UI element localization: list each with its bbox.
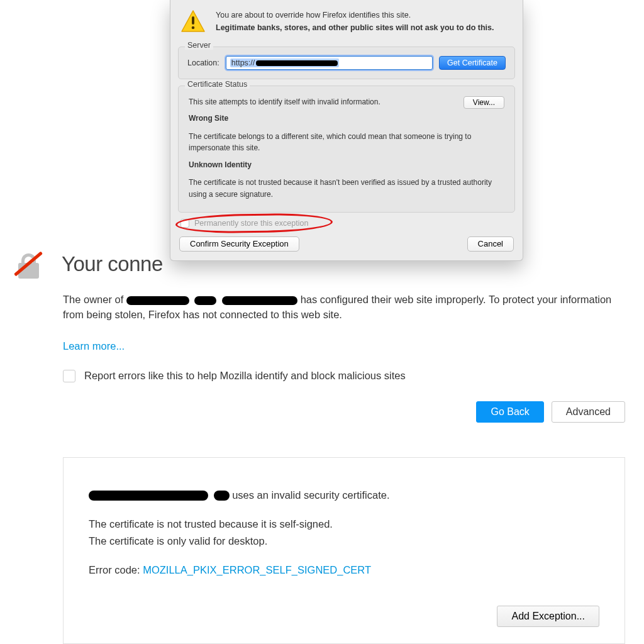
status-intro: This site attempts to identify itself wi…	[189, 96, 380, 108]
get-certificate-button[interactable]: Get Certificate	[439, 56, 506, 70]
wrong-site-text: The certificate belongs to a different s…	[189, 131, 504, 154]
redacted-domain	[214, 491, 230, 501]
certificate-status-fieldset: Certificate Status This site attempts to…	[178, 86, 515, 213]
url-scheme: https://	[231, 58, 255, 67]
permanently-store-checkbox[interactable]	[180, 219, 189, 228]
server-fieldset: Server Location: https:// Get Certificat…	[178, 47, 515, 79]
intro-line-2: Legitimate banks, stores, and other publ…	[216, 21, 494, 34]
add-exception-button[interactable]: Add Exception...	[497, 606, 599, 627]
advanced-button[interactable]: Advanced	[552, 401, 625, 423]
cancel-button[interactable]: Cancel	[467, 236, 514, 252]
svg-rect-1	[192, 16, 194, 25]
report-errors-checkbox[interactable]	[63, 370, 75, 382]
report-errors-label: Report errors like this to help Mozilla …	[84, 370, 406, 382]
redacted-url	[256, 60, 338, 66]
location-input[interactable]: https://	[226, 56, 433, 70]
redacted-domain	[89, 491, 208, 501]
dialog-intro: You are about to override how Firefox id…	[216, 9, 494, 34]
confirm-security-exception-button[interactable]: Confirm Security Exception	[179, 236, 299, 252]
detail-valid-desktop: The certificate is only valid for deskto…	[89, 534, 599, 549]
permanently-store-label: Permanently store this exception	[194, 219, 308, 228]
go-back-button[interactable]: Go Back	[476, 401, 543, 423]
error-code-link[interactable]: MOZILLA_PKIX_ERROR_SELF_SIGNED_CERT	[143, 564, 371, 575]
owner-paragraph: The owner of has configured their web si…	[63, 292, 625, 323]
security-exception-dialog: You are about to override how Firefox id…	[170, 0, 523, 261]
redacted-domain	[194, 296, 216, 305]
server-legend: Server	[185, 41, 213, 50]
page-title: Your conne	[62, 252, 163, 276]
unknown-identity-text: The certificate is not trusted because i…	[189, 177, 504, 200]
owner-paragraph-a: The owner of	[63, 294, 126, 305]
insecure-lock-icon	[13, 248, 44, 280]
redacted-domain	[126, 296, 189, 305]
location-label: Location:	[187, 58, 219, 67]
redacted-domain	[222, 296, 297, 305]
insecure-connection-page: Your conne The owner of has configured t…	[13, 248, 625, 644]
warning-icon	[180, 9, 206, 34]
detail-self-signed: The certificate is not trusted because i…	[89, 517, 599, 532]
svg-point-2	[192, 26, 195, 30]
intro-line-1: You are about to override how Firefox id…	[216, 9, 494, 21]
detail-p1b: uses an invalid security certificate.	[232, 489, 389, 501]
error-code-label: Error code:	[89, 564, 143, 575]
view-certificate-button[interactable]: View...	[464, 96, 504, 109]
learn-more-link[interactable]: Learn more...	[63, 340, 125, 352]
wrong-site-heading: Wrong Site	[189, 113, 504, 125]
certificate-detail-panel: uses an invalid security certificate. Th…	[63, 457, 625, 644]
status-legend: Certificate Status	[185, 80, 250, 89]
unknown-identity-heading: Unknown Identity	[189, 159, 504, 171]
